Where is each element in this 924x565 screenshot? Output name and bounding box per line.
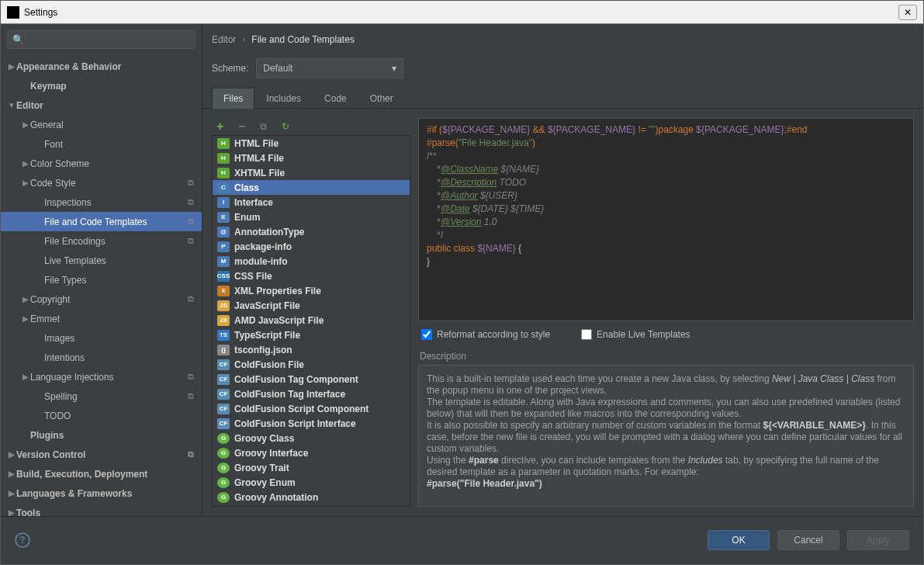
tab-includes[interactable]: Includes	[254, 88, 313, 109]
template-label: CSS File	[234, 271, 272, 282]
tree-label: File Encodings	[44, 236, 106, 247]
template-interface[interactable]: IInterface	[213, 195, 410, 210]
template-coldfusion-script-component[interactable]: CFColdFusion Script Component	[213, 401, 410, 416]
sidebar-item-tools[interactable]: Tools	[1, 503, 202, 516]
tree-label: General	[30, 120, 64, 130]
sidebar-item-general[interactable]: General	[1, 115, 202, 134]
cf-icon: CF	[217, 404, 230, 414]
tab-files[interactable]: Files	[212, 88, 254, 109]
template-coldfusion-tag-interface[interactable]: CFColdFusion Tag Interface	[213, 386, 410, 401]
sidebar-item-font[interactable]: Font	[1, 134, 202, 154]
template-coldfusion-script-interface[interactable]: CFColdFusion Script Interface	[213, 416, 410, 431]
sidebar-item-todo[interactable]: TODO	[1, 406, 202, 425]
arrow-icon	[7, 508, 16, 516]
template-javascript-file[interactable]: JSJavaScript File	[213, 298, 410, 313]
groovy-icon: G	[217, 477, 230, 488]
sidebar-item-editor[interactable]: Editor	[1, 95, 202, 115]
template-list[interactable]: HHTML FileHHTML4 FileHXHTML FileCClassII…	[212, 135, 410, 507]
template-annotationtype[interactable]: @AnnotationType	[213, 224, 410, 239]
description-box: This is a built-in template used each ti…	[418, 365, 914, 507]
scheme-label: Scheme:	[212, 63, 248, 74]
template-html-file[interactable]: HHTML4 File	[213, 151, 410, 165]
template-html-file[interactable]: HHTML File	[213, 136, 410, 151]
template-groovy-interface[interactable]: GGroovy Interface	[213, 445, 410, 460]
template-label: TypeScript File	[234, 330, 300, 341]
app-icon	[7, 6, 19, 19]
sidebar-item-file-and-code-templates[interactable]: File and Code Templates⧉	[1, 212, 202, 231]
tree-label: Tools	[16, 508, 40, 517]
html-icon: H	[217, 138, 230, 149]
template-groovy-enum[interactable]: GGroovy Enum	[213, 475, 410, 490]
sidebar-item-build-execution-deployment[interactable]: Build, Execution, Deployment	[1, 464, 202, 484]
tree-label: Inspections	[44, 197, 92, 208]
template-coldfusion-tag-component[interactable]: CFColdFusion Tag Component	[213, 372, 410, 386]
project-icon: ⧉	[188, 449, 194, 459]
template-css-file[interactable]: CSSCSS File	[213, 269, 410, 283]
template-typescript-file[interactable]: TSTypeScript File	[213, 328, 410, 342]
template-groovy-class[interactable]: GGroovy Class	[213, 431, 410, 445]
template-label: HTML4 File	[234, 153, 284, 164]
refresh-icon[interactable]: ↻	[282, 121, 292, 132]
sidebar-item-plugins[interactable]: Plugins	[1, 425, 202, 445]
tree-label: File Types	[44, 275, 86, 286]
add-icon[interactable]: +	[216, 121, 227, 132]
cf-icon: CF	[217, 389, 230, 400]
sidebar-item-code-style[interactable]: Code Style⧉	[1, 173, 202, 192]
sidebar-item-appearance-behavior[interactable]: Appearance & Behavior	[1, 57, 202, 76]
template-label: Groovy Enum	[234, 477, 296, 488]
template-groovy-annotation[interactable]: GGroovy Annotation	[213, 490, 410, 504]
sidebar-item-color-scheme[interactable]: Color Scheme	[1, 154, 202, 173]
project-icon: ⧉	[188, 391, 194, 401]
tab-code[interactable]: Code	[313, 88, 358, 109]
breadcrumb-root[interactable]: Editor	[212, 34, 236, 45]
arrow-icon	[21, 295, 30, 303]
template-module-info[interactable]: Mmodule-info	[213, 254, 410, 269]
sidebar-item-languages-frameworks[interactable]: Languages & Frameworks	[1, 484, 202, 503]
tree-label: Copyright	[30, 294, 70, 305]
template-tsconfig-json[interactable]: {}tsconfig.json	[213, 342, 410, 357]
help-icon[interactable]: ?	[15, 532, 30, 548]
cancel-button[interactable]: Cancel	[777, 530, 839, 550]
sidebar-item-images[interactable]: Images	[1, 328, 202, 348]
tree-label: Emmet	[30, 314, 60, 324]
template-label: Enum	[234, 212, 260, 223]
template-coldfusion-file[interactable]: CFColdFusion File	[213, 357, 410, 372]
dialog-footer: ? OK Cancel Apply	[1, 516, 923, 563]
json-icon: {}	[217, 345, 230, 355]
sidebar-item-intentions[interactable]: Intentions	[1, 348, 202, 367]
template-groovy-trait[interactable]: GGroovy Trait	[213, 460, 410, 475]
sidebar-item-file-encodings[interactable]: File Encodings⧉	[1, 231, 202, 251]
sidebar-item-keymap[interactable]: Keymap	[1, 76, 202, 95]
reformat-checkbox[interactable]: Reformat according to style	[421, 329, 550, 340]
sidebar-item-file-types[interactable]: File Types	[1, 270, 202, 289]
search-input[interactable]: 🔍	[7, 30, 196, 49]
apply-button[interactable]: Apply	[847, 530, 909, 550]
tab-other[interactable]: Other	[358, 88, 405, 109]
project-icon: ⧉	[188, 294, 194, 304]
sidebar-item-live-templates[interactable]: Live Templates	[1, 251, 202, 270]
sidebar-item-language-injections[interactable]: Language Injections⧉	[1, 367, 202, 386]
cls-icon: I	[217, 197, 230, 208]
template-enum[interactable]: EEnum	[213, 210, 410, 224]
template-editor[interactable]: #if (${PACKAGE_NAME} && ${PACKAGE_NAME} …	[418, 118, 914, 321]
template-amd-javascript-file[interactable]: JSAMD JavaScript File	[213, 313, 410, 328]
template-xhtml-file[interactable]: HXHTML File	[213, 165, 410, 180]
scheme-select[interactable]: Default ▾	[256, 58, 403, 78]
template-label: XHTML File	[234, 168, 285, 179]
cf-icon: CF	[217, 418, 230, 429]
tree-label: Code Style	[30, 178, 76, 189]
sidebar-item-spelling[interactable]: Spelling⧉	[1, 386, 202, 406]
sidebar-item-version-control[interactable]: Version Control⧉	[1, 445, 202, 464]
copy-icon[interactable]: ⧉	[260, 121, 271, 132]
remove-icon[interactable]: −	[238, 121, 249, 132]
close-button[interactable]: ✕	[898, 5, 917, 20]
sidebar-item-copyright[interactable]: Copyright⧉	[1, 289, 202, 309]
cls-icon: C	[217, 182, 230, 193]
template-xml-properties-file[interactable]: XXML Properties File	[213, 283, 410, 298]
live-templates-checkbox[interactable]: Enable Live Templates	[581, 329, 690, 340]
sidebar-item-emmet[interactable]: Emmet	[1, 309, 202, 328]
template-class[interactable]: CClass	[213, 180, 410, 195]
ok-button[interactable]: OK	[708, 530, 770, 550]
sidebar-item-inspections[interactable]: Inspections⧉	[1, 192, 202, 212]
template-package-info[interactable]: Ppackage-info	[213, 239, 410, 254]
